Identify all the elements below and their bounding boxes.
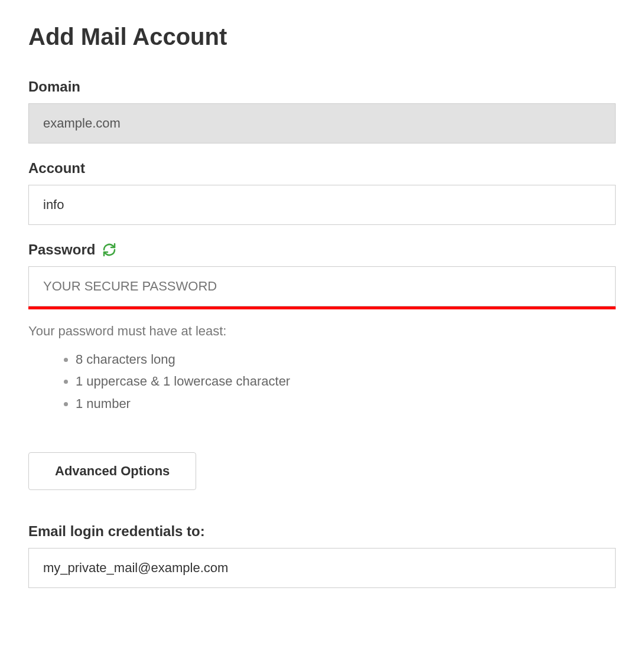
- email-credentials-input[interactable]: [28, 548, 616, 588]
- password-field-group: Password Your password must have at leas…: [28, 241, 616, 414]
- account-input[interactable]: [28, 185, 616, 225]
- email-credentials-label: Email login credentials to:: [28, 523, 616, 540]
- domain-label: Domain: [28, 79, 616, 95]
- password-input[interactable]: [28, 266, 616, 306]
- account-label: Account: [28, 160, 616, 177]
- password-req-item: 8 characters long: [76, 348, 616, 370]
- password-req-item: 1 uppercase & 1 lowercase character: [76, 370, 616, 392]
- password-req-item: 1 number: [76, 393, 616, 414]
- page-title: Add Mail Account: [28, 24, 616, 50]
- domain-input: [28, 103, 616, 143]
- advanced-options-button[interactable]: Advanced Options: [28, 452, 196, 490]
- password-requirements-list: 8 characters long 1 uppercase & 1 lowerc…: [28, 348, 616, 414]
- domain-field-group: Domain: [28, 79, 616, 143]
- email-credentials-field-group: Email login credentials to:: [28, 523, 616, 588]
- refresh-icon[interactable]: [102, 243, 116, 257]
- account-field-group: Account: [28, 160, 616, 225]
- password-label: Password: [28, 241, 95, 258]
- password-helper-text: Your password must have at least:: [28, 324, 616, 339]
